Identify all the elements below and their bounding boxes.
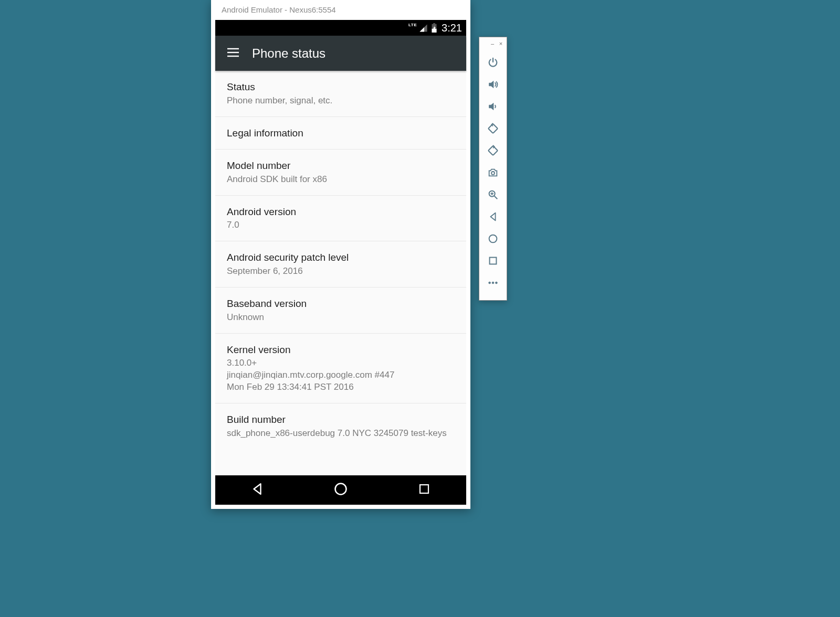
svg-point-3 xyxy=(335,484,346,495)
setting-sub: September 6, 2016 xyxy=(227,265,455,278)
window-title: Android Emulator - Nexus6:5554 xyxy=(222,5,336,14)
toolbar-close-button[interactable]: × xyxy=(498,41,503,46)
zoom-icon xyxy=(487,189,499,203)
nav-overview-button[interactable] xyxy=(410,475,439,505)
android-statusbar: LTE 3:21 xyxy=(215,20,466,36)
toolbar-body xyxy=(479,48,507,300)
phone-screen: LTE 3:21 Phone status Status Phone numbe… xyxy=(215,20,466,505)
svg-point-14 xyxy=(489,282,491,284)
toolbar-rotate-right-button[interactable] xyxy=(479,141,507,163)
toolbar-power-button[interactable] xyxy=(479,52,507,75)
toolbar-rotate-left-button[interactable] xyxy=(479,119,507,141)
toolbar-home-button[interactable] xyxy=(479,229,507,251)
svg-rect-1 xyxy=(227,51,239,52)
setting-item-build[interactable]: Build number sdk_phone_x86-userdebug 7.0… xyxy=(215,403,466,449)
setting-title: Android version xyxy=(227,205,455,219)
svg-line-9 xyxy=(495,196,498,199)
setting-title: Model number xyxy=(227,159,455,173)
setting-item-legal[interactable]: Legal information xyxy=(215,117,466,150)
setting-title: Build number xyxy=(227,413,455,427)
toolbar-head: – × xyxy=(479,37,507,48)
setting-sub: Android SDK built for x86 xyxy=(227,174,455,186)
setting-sub: Phone number, signal, etc. xyxy=(227,95,455,107)
setting-title: Status xyxy=(227,80,455,94)
network-label: LTE xyxy=(408,23,417,27)
emulator-window: Android Emulator - Nexus6:5554 LTE 3:21 … xyxy=(211,0,470,509)
home-circle-icon xyxy=(333,482,348,498)
setting-sub: 3.10.0+ jinqian@jinqian.mtv.corp.google.… xyxy=(227,357,455,393)
overview-square-icon xyxy=(418,483,430,497)
toolbar-overview-button[interactable] xyxy=(479,251,507,273)
page-title: Phone status xyxy=(252,46,326,61)
toolbar-more-button[interactable] xyxy=(479,273,507,295)
emulator-titlebar: Android Emulator - Nexus6:5554 xyxy=(211,0,470,20)
rotate-left-icon xyxy=(487,123,499,136)
setting-item-baseband[interactable]: Baseband version Unknown xyxy=(215,288,466,334)
more-icon xyxy=(487,277,499,291)
toolbar-zoom-button[interactable] xyxy=(479,185,507,207)
toolbar-volume-up-button[interactable] xyxy=(479,75,507,97)
setting-sub: sdk_phone_x86-userdebug 7.0 NYC 3245079 … xyxy=(227,428,455,440)
battery-icon xyxy=(431,23,437,33)
android-navbar xyxy=(215,475,466,505)
svg-point-12 xyxy=(489,235,497,243)
signal-icon xyxy=(419,24,428,33)
toolbar-screenshot-button[interactable] xyxy=(479,163,507,185)
svg-rect-2 xyxy=(227,55,239,56)
settings-list[interactable]: Status Phone number, signal, etc. Legal … xyxy=(215,71,466,475)
appbar: Phone status xyxy=(215,36,466,71)
setting-title: Android security patch level xyxy=(227,251,455,264)
home-icon xyxy=(487,233,499,247)
statusbar-time: 3:21 xyxy=(442,22,462,34)
svg-rect-13 xyxy=(490,258,497,264)
toolbar-back-button[interactable] xyxy=(479,207,507,229)
nav-back-button[interactable] xyxy=(243,475,272,505)
toolbar-volume-down-button[interactable] xyxy=(479,97,507,119)
setting-title: Legal information xyxy=(227,126,455,140)
svg-rect-4 xyxy=(420,485,428,493)
setting-item-android-version[interactable]: Android version 7.0 xyxy=(215,196,466,242)
setting-item-kernel[interactable]: Kernel version 3.10.0+ jinqian@jinqian.m… xyxy=(215,334,466,403)
back-icon xyxy=(487,211,499,225)
setting-item-security-patch[interactable]: Android security patch level September 6… xyxy=(215,241,466,288)
overview-icon xyxy=(487,255,499,269)
hamburger-icon xyxy=(227,48,239,59)
setting-item-status[interactable]: Status Phone number, signal, etc. xyxy=(215,71,466,117)
emulator-toolbar: – × xyxy=(479,37,507,301)
nav-home-button[interactable] xyxy=(326,475,355,505)
setting-sub: 7.0 xyxy=(227,219,455,231)
rotate-right-icon xyxy=(487,145,499,158)
setting-title: Kernel version xyxy=(227,343,455,357)
svg-rect-0 xyxy=(227,48,239,49)
setting-sub: Unknown xyxy=(227,312,455,324)
menu-button[interactable] xyxy=(222,42,245,65)
svg-point-7 xyxy=(491,172,495,175)
back-triangle-icon xyxy=(250,482,264,498)
setting-item-model[interactable]: Model number Android SDK built for x86 xyxy=(215,150,466,196)
svg-rect-5 xyxy=(488,124,498,133)
power-icon xyxy=(487,57,499,70)
camera-icon xyxy=(487,167,499,180)
svg-point-15 xyxy=(492,282,494,284)
toolbar-minimize-button[interactable]: – xyxy=(490,41,495,46)
setting-title: Baseband version xyxy=(227,297,455,311)
svg-rect-6 xyxy=(488,146,498,155)
volume-up-icon xyxy=(487,79,499,92)
volume-down-icon xyxy=(487,101,499,114)
svg-point-16 xyxy=(496,282,498,284)
